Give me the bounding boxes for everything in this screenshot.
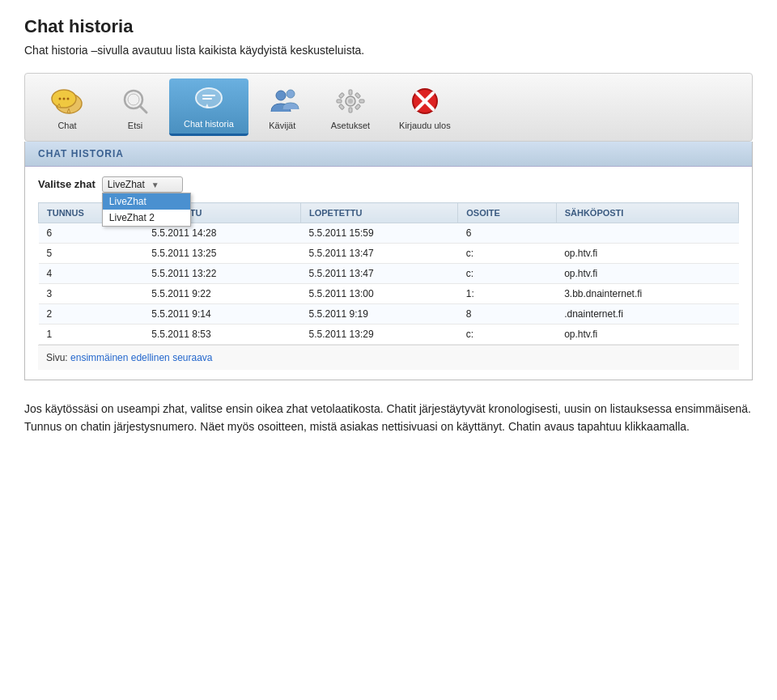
navigation-bar: Chat Etsi Chat historia	[24, 73, 753, 142]
chevron-down-icon: ▼	[151, 180, 159, 189]
table-row[interactable]: 55.5.2011 13:255.5.2011 13:47c:op.htv.fi	[39, 244, 739, 264]
bottom-text: Jos käytössäsi on useampi zhat, valitse …	[24, 400, 753, 436]
nav-label-asetukset: Asetukset	[331, 121, 370, 130]
svg-rect-18	[349, 90, 352, 95]
cell-aloitettu: 5.5.2011 9:14	[143, 304, 300, 325]
cell-aloitettu: 5.5.2011 13:25	[143, 244, 300, 264]
cell-osoite: c:	[458, 244, 556, 264]
chat-historia-icon	[189, 83, 228, 116]
svg-point-4	[59, 97, 62, 100]
table-row[interactable]: 45.5.2011 13:225.5.2011 13:47c:op.htv.fi	[39, 264, 739, 284]
nav-item-asetukset[interactable]: Asetukset	[316, 80, 384, 135]
svg-point-15	[287, 90, 295, 98]
svg-point-17	[348, 99, 353, 104]
table-body: 65.5.2011 14:285.5.2011 15:59655.5.2011 …	[39, 223, 739, 345]
pagination-first[interactable]: ensimmäinen	[70, 352, 128, 363]
main-content: Chat Historia Valitse zhat LiveZhat ▼ Li…	[24, 142, 753, 380]
logout-icon	[405, 85, 444, 117]
cell-osoite: 6	[458, 223, 556, 244]
svg-rect-22	[338, 92, 344, 98]
nav-item-kirjaudu-ulos[interactable]: Kirjaudu ulos	[384, 80, 465, 135]
section-header: Chat Historia	[25, 142, 752, 167]
cell-sahkoposti: 3.bb.dnainternet.fi	[556, 284, 738, 304]
nav-label-etsi: Etsi	[128, 121, 142, 130]
nav-label-kavijat: Kävijät	[269, 121, 295, 130]
svg-rect-20	[337, 100, 342, 103]
cell-lopetettu: 5.5.2011 13:47	[300, 244, 457, 264]
cell-sahkoposti: .dnainternet.fi	[556, 304, 738, 325]
cell-osoite: c:	[458, 325, 556, 345]
svg-rect-25	[355, 104, 360, 109]
cell-tunnus: 3	[39, 284, 144, 304]
pagination-prev[interactable]: edellinen	[131, 352, 170, 363]
search-icon	[116, 85, 155, 117]
zhat-option-livezhat[interactable]: LiveZhat	[103, 193, 190, 210]
cell-aloitettu: 5.5.2011 9:22	[143, 284, 300, 304]
zhat-label: Valitse zhat	[38, 178, 96, 190]
svg-rect-21	[359, 100, 364, 103]
section-body: Valitse zhat LiveZhat ▼ LiveZhat LiveZha…	[25, 167, 752, 380]
cell-lopetettu: 5.5.2011 13:47	[300, 264, 457, 284]
table-row[interactable]: 15.5.2011 8:535.5.2011 13:29c:op.htv.fi	[39, 325, 739, 345]
svg-line-9	[140, 106, 146, 112]
visitors-icon	[263, 85, 302, 117]
zhat-selected-value: LiveZhat	[108, 179, 145, 190]
intro-text: Chat historia –sivulla avautuu lista kai…	[24, 44, 753, 57]
svg-point-14	[276, 91, 286, 100]
bottom-para1: Jos käytössäsi on useampi zhat, valitse …	[24, 400, 753, 436]
pagination-next[interactable]: seuraava	[172, 352, 212, 363]
cell-tunnus: 4	[39, 264, 144, 284]
cell-osoite: c:	[458, 264, 556, 284]
cell-sahkoposti: op.htv.fi	[556, 244, 738, 264]
cell-tunnus: 1	[39, 325, 144, 345]
col-sahkoposti: SÄHKÖPOSTI	[556, 203, 738, 223]
nav-item-chat[interactable]: Chat	[33, 80, 101, 135]
cell-sahkoposti	[556, 223, 738, 244]
table-row[interactable]: 35.5.2011 9:225.5.2011 13:001:3.bb.dnain…	[39, 284, 739, 304]
cell-sahkoposti: op.htv.fi	[556, 325, 738, 345]
nav-label-chat: Chat	[57, 121, 76, 130]
cell-aloitettu: 5.5.2011 8:53	[143, 325, 300, 345]
cell-lopetettu: 5.5.2011 13:29	[300, 325, 457, 345]
svg-point-6	[67, 97, 70, 100]
settings-icon	[331, 85, 370, 117]
zhat-option-livezhat2[interactable]: LiveZhat 2	[103, 210, 190, 226]
nav-label-chat-historia: Chat historia	[184, 119, 234, 129]
svg-rect-23	[338, 104, 344, 109]
zhat-dropdown-list: LiveZhat LiveZhat 2	[102, 193, 191, 227]
chat-icon	[48, 85, 87, 117]
nav-item-etsi[interactable]: Etsi	[101, 80, 169, 135]
cell-osoite: 8	[458, 304, 556, 325]
cell-lopetettu: 5.5.2011 15:59	[300, 223, 457, 244]
svg-rect-24	[355, 92, 360, 98]
svg-rect-19	[349, 108, 352, 112]
zhat-dropdown-header[interactable]: LiveZhat ▼	[102, 176, 183, 193]
page-title: Chat historia	[24, 16, 753, 37]
pagination-label: Sivu:	[46, 352, 68, 363]
col-lopetettu: LOPETETTU	[300, 203, 457, 223]
cell-tunnus: 5	[39, 244, 144, 264]
cell-aloitettu: 5.5.2011 13:22	[143, 264, 300, 284]
cell-osoite: 1:	[458, 284, 556, 304]
table-row[interactable]: 25.5.2011 9:145.5.2011 9:198.dnainternet…	[39, 304, 739, 325]
cell-sahkoposti: op.htv.fi	[556, 264, 738, 284]
zhat-dropdown-container: LiveZhat ▼ LiveZhat LiveZhat 2	[102, 176, 183, 193]
pagination-row: Sivu: ensimmäinen edellinen seuraava	[38, 345, 739, 370]
cell-lopetettu: 5.5.2011 9:19	[300, 304, 457, 325]
cell-lopetettu: 5.5.2011 13:00	[300, 284, 457, 304]
nav-item-kavijat[interactable]: Kävijät	[248, 80, 316, 135]
cell-tunnus: 2	[39, 304, 144, 325]
svg-point-5	[63, 97, 66, 100]
nav-item-chat-historia[interactable]: Chat historia	[169, 78, 248, 136]
nav-label-kirjaudu-ulos: Kirjaudu ulos	[399, 121, 451, 130]
col-osoite: OSOITE	[458, 203, 556, 223]
zhat-selector-row: Valitse zhat LiveZhat ▼ LiveZhat LiveZha…	[38, 176, 739, 193]
